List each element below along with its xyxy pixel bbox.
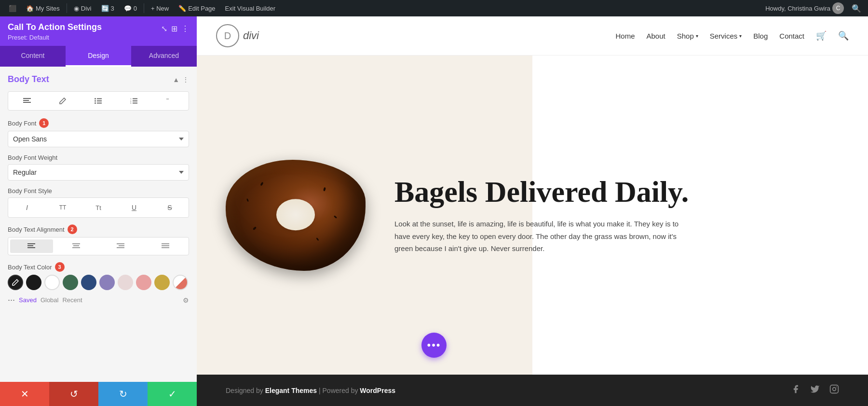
svg-rect-0	[23, 98, 31, 99]
svg-rect-24	[119, 245, 124, 246]
counter-button[interactable]: 🔄 3	[97, 0, 118, 16]
twitter-icon[interactable]	[810, 384, 820, 396]
small-caps-style-button[interactable]: TT	[46, 200, 80, 215]
exit-builder-label: Exit Visual Builder	[225, 5, 276, 12]
more-icon[interactable]: ⋮	[181, 24, 189, 33]
undo-button[interactable]: ↺	[49, 382, 98, 406]
cancel-button[interactable]: ✕	[0, 382, 49, 406]
howdy-area[interactable]: Howdy, Christina Gwira C	[761, 0, 848, 16]
my-sites-button[interactable]: 🏠 My Sites	[22, 0, 64, 16]
section-more-button[interactable]: ⋮	[182, 76, 189, 84]
confirm-button[interactable]: ✓	[148, 382, 197, 406]
svg-rect-17	[27, 243, 35, 244]
tab-advanced[interactable]: Advanced	[131, 46, 197, 67]
svg-rect-26	[162, 243, 169, 244]
edit-page-button[interactable]: ✏️ Edit Page	[175, 0, 219, 16]
quote-format-button[interactable]: "	[153, 94, 187, 108]
underline-style-button[interactable]: U	[117, 200, 151, 215]
footer-social	[791, 384, 839, 396]
color-more-button[interactable]: ···	[8, 295, 15, 305]
align-center-button[interactable]	[55, 239, 98, 253]
hero-section: Bagels Delivered Daily. Look at the suns…	[197, 56, 868, 375]
svg-rect-27	[162, 245, 169, 246]
svg-rect-9	[97, 103, 102, 104]
align-justify-button[interactable]	[144, 239, 187, 253]
list-format-button[interactable]	[81, 94, 115, 108]
panel-preset[interactable]: Preset: Default	[8, 34, 102, 41]
color-swatch-light-pink[interactable]	[118, 275, 133, 290]
color-swatch-pencil[interactable]	[8, 275, 23, 290]
color-tab-recent[interactable]: Recent	[62, 296, 82, 304]
title-case-style-button[interactable]: Tt	[81, 200, 115, 215]
bar-separator	[67, 3, 67, 13]
align-left-format-button[interactable]	[10, 94, 44, 108]
edit-format-button[interactable]	[46, 94, 80, 108]
seed-2	[246, 198, 248, 202]
fab-dots-icon: •••	[427, 339, 441, 351]
panel-footer: ✕ ↺ ↻ ✓	[0, 382, 197, 406]
color-swatch-gold[interactable]	[154, 275, 170, 290]
new-button[interactable]: + New	[147, 0, 173, 16]
wp-logo-button[interactable]: ⬛	[5, 0, 20, 16]
wp-admin-bar: ⬛ 🏠 My Sites ◉ Divi 🔄 3 💬 0 + New ✏️ Edi…	[0, 0, 868, 16]
color-tab-saved[interactable]: Saved	[19, 296, 37, 304]
align-left-button[interactable]	[10, 239, 53, 253]
site-search-icon[interactable]: 🔍	[838, 30, 849, 41]
color-badge: 3	[55, 262, 65, 272]
style-buttons-row: I TT Tt U S	[8, 197, 189, 218]
exit-builder-button[interactable]: Exit Visual Builder	[221, 0, 280, 16]
nav-shop[interactable]: Shop ▾	[677, 32, 698, 40]
floating-action-button[interactable]: •••	[421, 333, 447, 358]
redo-button[interactable]: ↻	[98, 382, 148, 406]
layout-icon[interactable]: ⊞	[171, 24, 177, 33]
section-collapse-button[interactable]: ▲	[173, 76, 179, 84]
tab-design[interactable]: Design	[66, 46, 131, 67]
svg-text:3.: 3.	[130, 102, 132, 104]
comments-button[interactable]: 💬 0	[120, 0, 141, 16]
italic-style-button[interactable]: I	[10, 200, 44, 215]
color-swatches	[8, 275, 189, 290]
color-swatch-dark-green[interactable]	[63, 275, 78, 290]
svg-rect-28	[162, 247, 169, 248]
nav-contact[interactable]: Contact	[779, 32, 804, 40]
tab-content[interactable]: Content	[0, 46, 66, 67]
confirm-icon: ✓	[168, 388, 176, 400]
body-font-select[interactable]: Open Sans	[8, 131, 189, 147]
cart-icon[interactable]: 🛒	[816, 30, 827, 41]
divi-label: Divi	[81, 5, 92, 12]
admin-search-button[interactable]: 🔍	[850, 2, 863, 15]
instagram-icon[interactable]	[829, 384, 839, 396]
strikethrough-style-button[interactable]: S	[153, 200, 187, 215]
color-settings-button[interactable]: ⚙	[183, 296, 189, 304]
ordered-list-format-button[interactable]: 1.2.3.	[117, 94, 151, 108]
seed-3	[253, 226, 257, 230]
nav-about[interactable]: About	[646, 32, 665, 40]
body-font-style-label: Body Font Style	[8, 187, 189, 195]
color-swatch-white[interactable]	[44, 275, 60, 290]
color-swatch-diagonal[interactable]	[173, 275, 188, 290]
color-tab-global[interactable]: Global	[41, 296, 59, 304]
nav-home[interactable]: Home	[615, 32, 635, 40]
color-swatch-black[interactable]	[26, 275, 41, 290]
body-font-weight-select[interactable]: Regular	[8, 164, 189, 181]
collapse-icon[interactable]: ⤡	[161, 24, 167, 33]
svg-rect-25	[117, 247, 124, 248]
panel-header-icons: ⤡ ⊞ ⋮	[161, 24, 189, 33]
panel-title-area: Call To Action Settings Preset: Default	[8, 22, 102, 41]
facebook-icon[interactable]	[791, 384, 800, 396]
site-logo: D divi	[216, 24, 259, 47]
site-header: D divi Home About Shop ▾ Services ▾ Blog…	[197, 16, 868, 56]
color-swatch-lavender[interactable]	[99, 275, 115, 290]
color-swatch-navy[interactable]	[81, 275, 96, 290]
svg-rect-2	[23, 102, 31, 103]
format-buttons-row: 1.2.3. "	[8, 91, 189, 111]
left-panel: Call To Action Settings Preset: Default …	[0, 16, 197, 406]
divi-button[interactable]: ◉ Divi	[70, 0, 95, 16]
nav-blog[interactable]: Blog	[753, 32, 768, 40]
nav-services[interactable]: Services ▾	[710, 32, 742, 40]
align-right-button[interactable]	[99, 239, 142, 253]
footer-text: Designed by Elegant Themes | Powered by …	[226, 387, 395, 394]
svg-rect-18	[27, 245, 33, 246]
color-swatch-pink[interactable]	[136, 275, 151, 290]
logo-text: divi	[243, 29, 259, 42]
